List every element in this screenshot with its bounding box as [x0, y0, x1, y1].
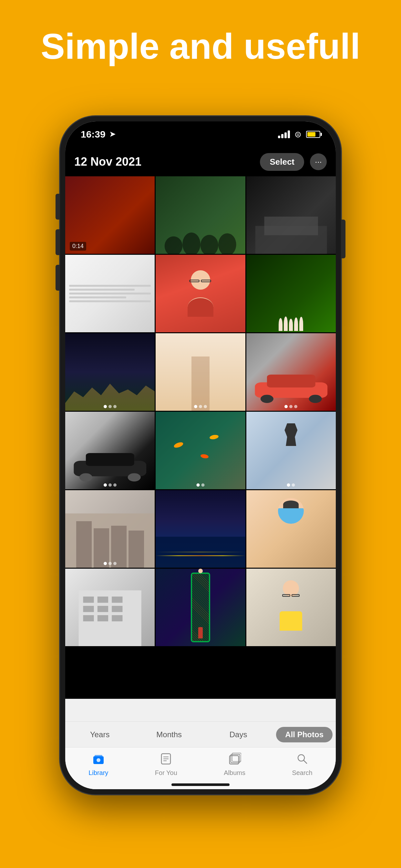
- svg-point-3: [218, 233, 236, 254]
- svg-point-1: [183, 232, 201, 254]
- headline: Simple and usefull: [0, 26, 401, 67]
- photo-cell-7[interactable]: [65, 333, 155, 411]
- date-label: 12 Nov 2021: [74, 155, 142, 168]
- svg-rect-22: [97, 615, 108, 621]
- nav-label-albums: Albums: [224, 769, 245, 777]
- photo-cell-9[interactable]: [246, 333, 336, 411]
- photo-cell-10[interactable]: [65, 412, 155, 489]
- svg-point-26: [96, 758, 100, 762]
- notch: [158, 147, 243, 159]
- svg-rect-23: [112, 615, 122, 621]
- photo-cell-12[interactable]: [246, 412, 336, 489]
- wifi-icon: ⊜: [295, 129, 302, 140]
- for-you-icon: [158, 750, 174, 767]
- svg-point-2: [201, 235, 218, 254]
- header-actions: Select ···: [260, 153, 327, 171]
- tab-all-photos[interactable]: All Photos: [276, 727, 333, 742]
- svg-point-8: [260, 395, 273, 403]
- status-icons: ⊜: [278, 129, 320, 140]
- photos-area: 12 Nov 2021 Select ··· 0:14: [65, 147, 336, 699]
- svg-rect-17: [112, 596, 122, 602]
- svg-point-13: [128, 473, 141, 482]
- photo-cell-14[interactable]: [156, 490, 245, 568]
- screen: 16:39 ➤ ⊜ 12 Nov 2021: [65, 121, 336, 789]
- phone-wrapper: 16:39 ➤ ⊜ 12 Nov 2021: [60, 116, 341, 795]
- status-time-group: 16:39 ➤: [81, 129, 115, 140]
- photo-cell-2[interactable]: [156, 176, 245, 254]
- photo-grid: 0:14: [65, 176, 336, 699]
- tab-years[interactable]: Years: [65, 726, 134, 743]
- svg-point-12: [80, 473, 92, 482]
- battery-icon: [306, 131, 320, 138]
- photo-cell-4[interactable]: [65, 255, 155, 332]
- photo-cell-11[interactable]: [156, 412, 245, 489]
- nav-label-for-you: For You: [155, 769, 177, 777]
- home-indicator: [172, 783, 229, 786]
- svg-rect-15: [83, 596, 94, 602]
- nav-item-for-you[interactable]: For You: [155, 750, 177, 777]
- nav-label-search: Search: [292, 769, 312, 777]
- photo-cell-16[interactable]: [65, 569, 155, 646]
- nav-item-search[interactable]: Search: [292, 750, 312, 777]
- library-icon: [90, 750, 107, 767]
- svg-rect-21: [83, 615, 94, 621]
- svg-rect-11: [86, 453, 134, 466]
- search-icon: [294, 750, 311, 767]
- photo-cell-1[interactable]: 0:14: [65, 176, 155, 254]
- svg-rect-25: [95, 755, 102, 757]
- svg-rect-7: [267, 375, 315, 388]
- svg-rect-16: [97, 596, 108, 602]
- svg-point-9: [309, 395, 321, 403]
- nav-label-library: Library: [89, 769, 108, 777]
- albums-icon: [226, 750, 243, 767]
- photo-cell-8[interactable]: [156, 333, 245, 411]
- svg-rect-20: [112, 606, 122, 612]
- signal-icon: [278, 130, 290, 138]
- select-button[interactable]: Select: [260, 153, 304, 171]
- bottom-nav: Library For You: [65, 747, 336, 789]
- photo-cell-5[interactable]: [156, 255, 245, 332]
- photo-cell-17[interactable]: [156, 569, 245, 646]
- nav-item-albums[interactable]: Albums: [224, 750, 245, 777]
- photo-cell-13[interactable]: [65, 490, 155, 568]
- svg-point-0: [165, 237, 182, 254]
- nav-item-library[interactable]: Library: [89, 750, 108, 777]
- video-indicator: 0:14: [70, 242, 86, 251]
- tab-days[interactable]: Days: [204, 726, 273, 743]
- photo-cell-3[interactable]: [246, 176, 336, 254]
- svg-rect-18: [83, 606, 94, 612]
- photo-cell-6[interactable]: [246, 255, 336, 332]
- nav-arrow-icon: ➤: [110, 130, 115, 138]
- svg-line-35: [304, 760, 307, 764]
- time-display: 16:39: [81, 129, 105, 140]
- status-bar: 16:39 ➤ ⊜: [65, 121, 336, 147]
- more-button[interactable]: ···: [310, 153, 327, 170]
- photo-cell-18[interactable]: [246, 569, 336, 646]
- svg-rect-5: [264, 217, 318, 236]
- view-switcher: Years Months Days All Photos: [65, 721, 336, 747]
- svg-rect-19: [97, 606, 108, 612]
- photo-cell-15[interactable]: [246, 490, 336, 568]
- tab-months[interactable]: Months: [134, 726, 204, 743]
